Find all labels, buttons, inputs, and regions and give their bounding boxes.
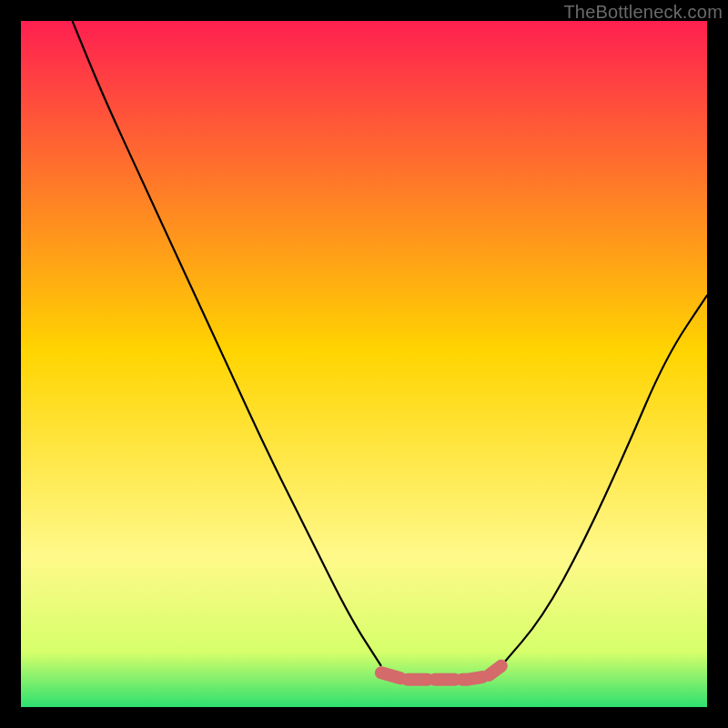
watermark-text: TheBottleneck.com xyxy=(563,2,723,23)
plot-area xyxy=(21,21,707,707)
chart-svg xyxy=(21,21,707,707)
gradient-background xyxy=(21,21,707,707)
chart-frame: TheBottleneck.com xyxy=(0,0,728,728)
